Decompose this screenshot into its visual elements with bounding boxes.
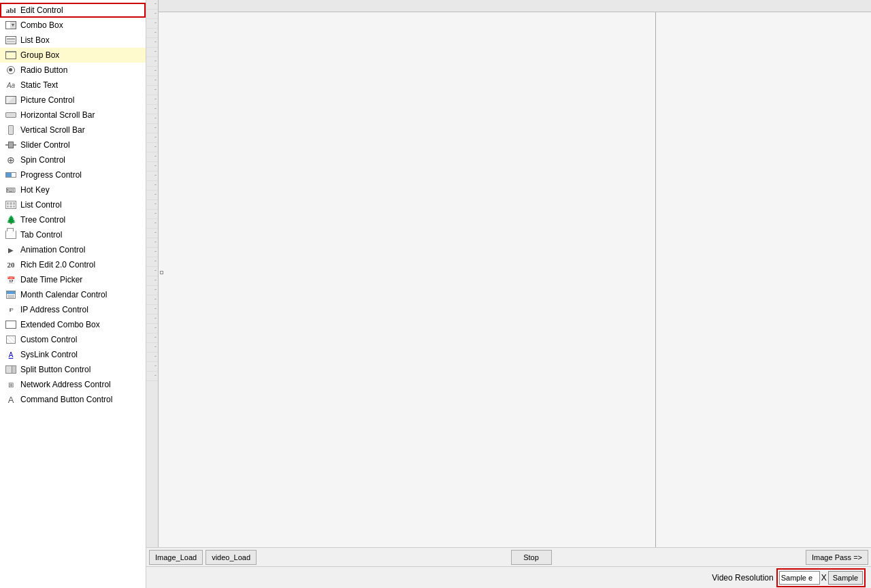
abl-icon: abl (4, 5, 18, 16)
network-icon: ⊞ (4, 379, 18, 390)
sidebar-item-month-calendar[interactable]: Month Calendar Control (0, 287, 146, 302)
ruler-tick (146, 324, 158, 333)
sidebar-item-label-month-calendar: Month Calendar Control (20, 290, 107, 299)
sample-button[interactable]: Sample (828, 571, 863, 585)
ruler-tick (146, 238, 158, 248)
sidebar-item-rich-edit[interactable]: 20Rich Edit 2.0 Control (0, 257, 146, 272)
sidebar-item-label-custom-control: Custom Control (20, 335, 77, 344)
sidebar-item-label-static-text: Static Text (20, 80, 58, 90)
sidebar-item-edit-control[interactable]: ablEdit Control (0, 3, 146, 18)
ruler-tick (146, 38, 158, 48)
sidebar-item-label-spin-control: Spin Control (20, 155, 65, 165)
ruler-tick (146, 162, 158, 172)
video-load-button[interactable]: video_Load (206, 550, 257, 565)
sidebar-item-label-tab-control: Tab Control (20, 230, 62, 240)
sidebar-item-combo-box[interactable]: Combo Box (0, 18, 146, 33)
ruler-tick (146, 48, 158, 57)
ruler-tick (146, 172, 158, 181)
sidebar-item-command-button[interactable]: ACommand Button Control (0, 392, 146, 407)
sidebar-item-extended-combo[interactable]: Extended Combo Box (0, 317, 146, 332)
ruler-tick (146, 314, 158, 324)
ruler-tick (146, 305, 158, 314)
ruler-left (146, 0, 159, 547)
syslink-icon: A (4, 349, 18, 360)
hotkey-icon: ⌨ (4, 184, 18, 195)
sidebar-item-list-box[interactable]: List Box (0, 33, 146, 48)
static-icon: Aa (4, 80, 18, 91)
custom-icon (4, 334, 18, 345)
hscroll-icon (4, 110, 18, 120)
sidebar-item-date-time-picker[interactable]: 📅Date Time Picker (0, 272, 146, 287)
sidebar-item-label-network-address: Network Address Control (20, 380, 111, 389)
sidebar-item-vertical-scroll-bar[interactable]: Vertical Scroll Bar (0, 122, 146, 137)
spin-icon: ⊕ (4, 154, 18, 165)
sidebar-item-label-edit-control: Edit Control (20, 5, 63, 15)
design-dot (160, 271, 163, 274)
app-container: ablEdit ControlCombo BoxList BoxGroup Bo… (0, 0, 871, 588)
sidebar-item-label-progress-control: Progress Control (20, 170, 82, 180)
sidebar-item-ip-address[interactable]: IPIP Address Control (0, 302, 146, 317)
sidebar-item-label-command-button: Command Button Control (20, 395, 112, 404)
ruler-tick (146, 333, 158, 343)
sidebar-item-label-animation-control: Animation Control (20, 245, 85, 255)
sidebar-item-hot-key[interactable]: ⌨Hot Key (0, 182, 146, 197)
x-label: X (821, 573, 827, 583)
sidebar-item-tree-control[interactable]: 🌲Tree Control (0, 212, 146, 227)
sidebar-item-spin-control[interactable]: ⊕Spin Control (0, 152, 146, 167)
status-bar: Video Resolution X Sample (146, 566, 871, 588)
ruler-tick (146, 219, 158, 229)
ruler-tick (146, 286, 158, 295)
ruler-tick (146, 257, 158, 267)
sidebar-item-static-text[interactable]: AaStatic Text (0, 78, 146, 93)
radio-icon (4, 65, 18, 76)
ruler-tick (146, 343, 158, 353)
ruler-tick (146, 143, 158, 152)
listctrl-icon (4, 199, 18, 210)
sidebar-item-progress-control[interactable]: Progress Control (0, 167, 146, 182)
combo-icon (4, 20, 18, 31)
sidebar-item-animation-control[interactable]: ▶Animation Control (0, 242, 146, 257)
image-load-button[interactable]: Image_Load (149, 550, 203, 565)
sidebar-item-list-control[interactable]: List Control (0, 197, 146, 212)
design-divider (655, 12, 656, 547)
ruler-tick (146, 152, 158, 162)
ruler-tick (146, 67, 158, 76)
ruler-tick (146, 29, 158, 38)
sidebar-item-label-syslink-control: SysLink Control (20, 350, 78, 359)
design-inner (159, 12, 871, 547)
sidebar-item-split-button[interactable]: Split Button Control (0, 362, 146, 377)
sidebar-item-custom-control[interactable]: Custom Control (0, 332, 146, 347)
sidebar-item-tab-control[interactable]: Tab Control (0, 227, 146, 242)
progress-icon (4, 169, 18, 180)
ruler-tick (146, 76, 158, 86)
design-surface[interactable] (159, 12, 871, 547)
sidebar-item-label-vertical-scroll-bar: Vertical Scroll Bar (20, 125, 85, 135)
sidebar-item-label-date-time-picker: Date Time Picker (20, 275, 82, 284)
ruler-tick (146, 105, 158, 114)
sample-edit-input[interactable] (779, 571, 820, 585)
sidebar-item-network-address[interactable]: ⊞Network Address Control (0, 377, 146, 392)
sidebar-item-radio-button[interactable]: Radio Button (0, 63, 146, 78)
canvas-content (159, 0, 871, 547)
sidebar-item-label-combo-box: Combo Box (20, 20, 63, 30)
slider-icon (4, 140, 18, 150)
ruler-tick (146, 86, 158, 95)
ruler-tick (146, 210, 158, 219)
ruler-tick (146, 57, 158, 67)
stop-button[interactable]: Stop (511, 550, 552, 565)
calendar-icon (4, 289, 18, 300)
ruler-tick (146, 248, 158, 257)
ruler-tick (146, 124, 158, 133)
sidebar-item-slider-control[interactable]: Slider Control (0, 137, 146, 152)
image-pass-button[interactable]: Image Pass => (806, 550, 868, 565)
sidebar-item-syslink-control[interactable]: ASysLink Control (0, 347, 146, 362)
sidebar-item-horizontal-scroll-bar[interactable]: Horizontal Scroll Bar (0, 108, 146, 122)
sidebar-item-picture-control[interactable]: Picture Control (0, 93, 146, 108)
ruler-tick (146, 181, 158, 191)
sidebar-item-label-radio-button: Radio Button (20, 65, 67, 75)
sidebar-item-group-box[interactable]: Group Box (0, 48, 146, 63)
canvas-area (146, 0, 871, 547)
sidebar-item-label-split-button: Split Button Control (20, 365, 91, 374)
ruler-tick (146, 133, 158, 143)
ruler-tick (146, 353, 158, 362)
